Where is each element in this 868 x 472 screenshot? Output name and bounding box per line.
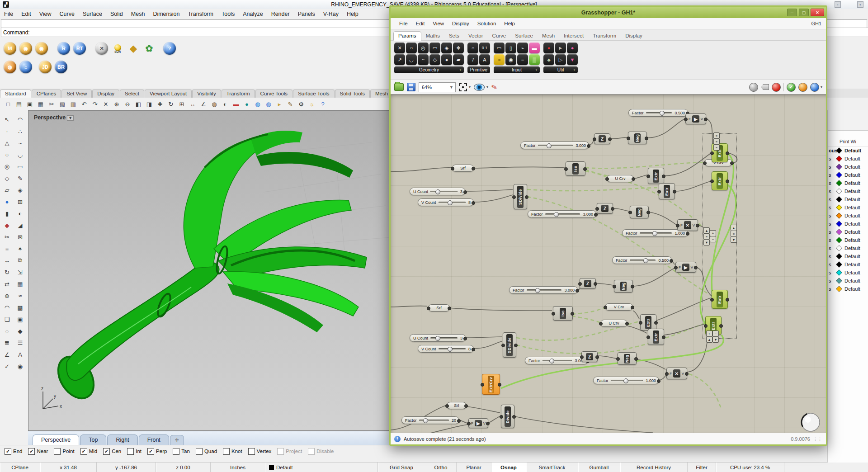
settings-icon[interactable]: ⚙ <box>296 99 307 109</box>
toolbar-tab-viewport-layout[interactable]: Viewport Layout <box>145 90 192 98</box>
gh-tab-vector[interactable]: Vector <box>464 32 488 40</box>
spiral-param-icon[interactable]: ◎ <box>418 42 429 53</box>
component-neg[interactable]: Neg <box>630 206 649 218</box>
param-v-crv[interactable]: V Crv <box>605 303 633 311</box>
layer-row[interactable]: sDefault <box>828 212 868 220</box>
viewport-title[interactable]: Perspective▼ <box>34 114 74 121</box>
preview-shaded-icon[interactable] <box>798 83 807 92</box>
layer-color-swatch[interactable] <box>836 278 842 284</box>
slider-track[interactable] <box>430 337 458 339</box>
slider-knob[interactable] <box>623 378 628 383</box>
number-slider-u-count[interactable]: U Count3 <box>410 334 466 342</box>
layer-row[interactable]: sDefault <box>828 179 868 187</box>
canvas-widget[interactable]: ≡ <box>713 132 720 139</box>
resize-grip[interactable]: ⋮⋮ <box>813 437 822 441</box>
maximize-button[interactable]: ▢ <box>799 9 809 16</box>
slider-track[interactable] <box>527 289 562 291</box>
gh-menu-help[interactable]: Help <box>500 21 519 26</box>
viewport-tab-[interactable]: ✛ <box>170 435 184 445</box>
render-tool-icon[interactable]: ◉ <box>14 361 26 372</box>
zoom-level-select[interactable]: 64%▼ <box>419 82 456 92</box>
trigger-icon[interactable]: ▼ <box>567 54 578 65</box>
checkbox-point[interactable] <box>54 448 61 455</box>
layer-color-swatch[interactable] <box>836 204 842 211</box>
help-icon[interactable]: ? <box>317 99 328 109</box>
copy-tool-icon[interactable]: ⧉ <box>14 255 26 266</box>
dimension-icon[interactable]: ∠ <box>1 349 13 360</box>
clear-icon[interactable]: ✕ <box>95 42 108 55</box>
group-expand-icon[interactable]: + <box>486 68 488 72</box>
canvas-widget[interactable]: ≡ <box>703 233 710 240</box>
layer-row[interactable]: sDefault <box>828 269 868 277</box>
undo-icon[interactable]: ↶ <box>79 99 90 109</box>
osnap-end[interactable]: ✓End <box>5 448 22 455</box>
circle-param-icon[interactable]: ○ <box>406 42 417 53</box>
toolbar-tab-display[interactable]: Display <box>92 90 119 98</box>
open-file-icon[interactable]: ▤ <box>14 99 24 109</box>
zoom-window-icon[interactable]: ◧ <box>133 99 144 109</box>
minimize-button[interactable]: ─ <box>787 9 797 16</box>
archive-icon[interactable]: ⌂ <box>19 61 32 73</box>
eraser-icon[interactable]: ▬ <box>231 99 241 109</box>
toolbar-tab-select[interactable]: Select <box>120 90 144 98</box>
render-r-icon[interactable]: R <box>57 42 70 55</box>
gh-tab-surface[interactable]: Surface <box>510 32 538 40</box>
checkbox-cen[interactable]: ✓ <box>103 448 110 455</box>
zoom-extents-icon[interactable]: ◨ <box>144 99 155 109</box>
toolbar-tab-cplanes[interactable]: CPlanes <box>32 90 61 98</box>
component-multiply[interactable]: F✕V <box>677 219 698 231</box>
vector-icon[interactable]: ↗ <box>394 54 405 65</box>
component-sdivide[interactable]: SDivide <box>503 332 516 358</box>
checkbox-knot[interactable] <box>223 448 230 455</box>
layer-color-swatch[interactable] <box>836 156 842 162</box>
colour-swatch-icon[interactable]: ▬ <box>529 42 540 53</box>
tag-display-icon[interactable] <box>761 84 769 90</box>
gh-tab-curve[interactable]: Curve <box>488 32 511 40</box>
viewport-tab-perspective[interactable]: Perspective <box>33 434 79 445</box>
polygon-icon[interactable]: ◇ <box>1 173 13 184</box>
brep-param-icon[interactable]: ● <box>441 54 452 65</box>
relay-light-icon[interactable]: ▷ <box>555 54 566 65</box>
cylinder-icon[interactable]: ▮ <box>1 208 13 219</box>
new-file-icon[interactable]: □ <box>3 99 14 109</box>
group-icon[interactable]: ❏ <box>1 314 13 325</box>
canvas-widget[interactable]: ≡ <box>713 138 720 145</box>
component-z[interactable]: Z <box>594 133 610 144</box>
param-u-crv[interactable]: U Crv <box>607 175 634 182</box>
curve-param-icon[interactable]: ◡ <box>406 54 417 65</box>
checkbox-tan[interactable] <box>173 448 179 455</box>
number-slider-v-count[interactable]: V Count8 <box>418 198 474 206</box>
canvas-widget[interactable]: ▲ <box>706 336 712 343</box>
osnap-knot[interactable]: Knot <box>223 448 242 455</box>
component-sdivide[interactable]: SDivide <box>514 184 527 209</box>
polyline-icon[interactable]: △ <box>1 137 13 148</box>
move-icon[interactable]: ↔ <box>187 99 198 109</box>
freeform-curve-icon[interactable]: ~ <box>14 137 26 148</box>
sun-tool-icon[interactable]: ☼ <box>307 99 317 109</box>
canvas-widget[interactable]: ▲ <box>731 225 737 231</box>
viewport-tab-right[interactable]: Right <box>107 434 137 445</box>
number-slider-factor[interactable]: Factor0.500 <box>628 109 688 117</box>
slider-knob[interactable] <box>423 418 428 423</box>
canvas-widget[interactable]: ▼ <box>703 239 710 245</box>
menu-item-render[interactable]: Render <box>267 9 294 19</box>
component-neg[interactable]: Neg <box>618 352 637 365</box>
number-slider-u-count[interactable]: U Count3 <box>410 188 466 195</box>
surface-param-icon[interactable]: ▰ <box>453 54 464 65</box>
slider-knob[interactable] <box>554 212 559 217</box>
component-group-label[interactable]: Util+ <box>543 66 578 73</box>
osnap-project[interactable]: Project <box>277 448 302 455</box>
checkbox-vertex[interactable] <box>248 448 255 455</box>
layer-row[interactable]: ousDefault <box>828 146 868 155</box>
explode-icon[interactable]: ✶ <box>14 243 26 254</box>
layer-row[interactable]: sDefault <box>828 277 868 285</box>
pin-icon[interactable]: ◍ <box>209 99 220 109</box>
component-z[interactable]: Z <box>597 203 613 214</box>
mesh-param-icon[interactable]: ❖ <box>453 42 464 53</box>
arc-icon[interactable]: ◡ <box>14 149 26 160</box>
pan-icon[interactable]: ✚ <box>155 99 165 109</box>
integer-param-icon[interactable]: 7 <box>467 54 478 65</box>
layer-color-swatch[interactable] <box>836 180 842 186</box>
canvas-widget[interactable]: ≡ <box>731 231 737 237</box>
menu-item-v-ray[interactable]: V-Ray <box>319 9 343 19</box>
